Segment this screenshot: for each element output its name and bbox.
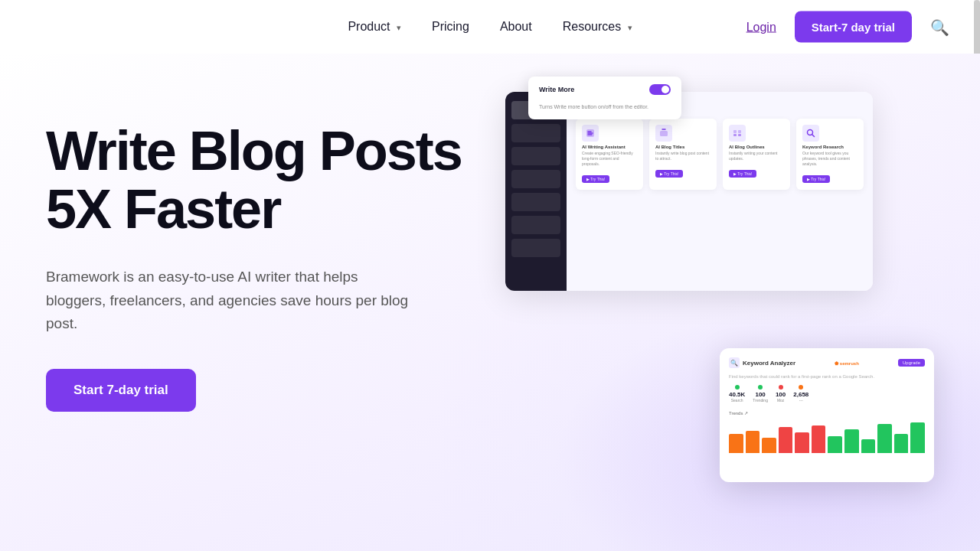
hero-section: Write Blog Posts 5X Faster Bramework is … [0, 54, 980, 551]
sc-card-title-2: AI Blog Titles [655, 145, 710, 149]
tooltip-label: Write More [539, 86, 574, 93]
nav-trial-button[interactable]: Start-7 day trial [795, 11, 912, 43]
sc-card-desc-2: Instantly write blog post content to att… [655, 151, 710, 161]
scrollbar-thumb[interactable] [974, 0, 980, 61]
nav-about-link[interactable]: About [500, 20, 532, 33]
kw-metric-dot-3 [779, 385, 783, 390]
tooltip-row: Write More [539, 84, 671, 95]
sc-card-4: Keyword Research Our keyword tool gives … [796, 119, 864, 190]
kw-metric-val-4: 2,658 [793, 391, 808, 398]
sc-card-btn-1[interactable]: ▶ Try This! [582, 175, 609, 183]
kw-metric-1: 40.5K Search [729, 385, 745, 403]
sc-card-1: AI Writing Assistant Create engaging SEO… [576, 119, 643, 190]
nav-links: Product ▾ Pricing About Resources ▾ [348, 20, 632, 34]
bar-chart-bar [795, 432, 809, 453]
kw-metric-val-2: 100 [755, 391, 765, 398]
nav-product-link[interactable]: Product ▾ [348, 20, 401, 33]
kw-title-text: Keyword Analyzer [743, 360, 795, 367]
sc-card-btn-2[interactable]: ▶ Try This! [655, 170, 683, 178]
bar-chart-bar [762, 438, 776, 453]
nav-resources[interactable]: Resources ▾ [563, 20, 632, 34]
nav-resources-link[interactable]: Resources ▾ [563, 20, 632, 33]
sc-card-icon-3 [729, 125, 746, 142]
bar-chart-bar [894, 434, 909, 453]
kw-metric-dot-2 [758, 385, 763, 390]
sc-card-2: AI Blog Titles Instantly write blog post… [649, 119, 717, 190]
nav-about[interactable]: About [500, 20, 532, 34]
sidebar-mock [505, 92, 567, 291]
hero-trial-button[interactable]: Start 7-day trial [46, 369, 196, 412]
nav-pricing-label: Pricing [432, 20, 469, 33]
sc-card-icon-1 [582, 125, 599, 142]
sc-card-icon-4 [802, 125, 819, 142]
kw-icon: 🔍 [729, 357, 740, 368]
kw-metric-val-1: 40.5K [729, 391, 745, 398]
bar-chart-bar [828, 436, 842, 454]
sc-card-desc-4: Our keyword tool gives you phrases, tren… [802, 151, 858, 167]
svg-rect-2 [733, 130, 737, 133]
bar-chart-bar [812, 425, 826, 453]
kw-metrics: 40.5K Search 100 Trending 100 Moz 2,658 … [729, 385, 925, 403]
sc-card-title-1: AI Writing Assistant [582, 145, 637, 149]
svg-point-6 [808, 130, 813, 135]
kw-metric-2: 100 Trending [753, 385, 768, 403]
resources-chevron-icon: ▾ [628, 23, 632, 32]
search-icon[interactable]: 🔍 [930, 18, 949, 36]
nav-resources-label: Resources [563, 20, 621, 33]
sc-card-btn-3[interactable]: ▶ Try This! [729, 170, 756, 178]
nav-right: Login Start-7 day trial 🔍 [746, 11, 949, 43]
sc-card-desc-1: Create engaging SEO-friendly long-form c… [582, 151, 637, 167]
kw-badge[interactable]: Upgrade [898, 359, 925, 367]
kw-metric-label-2: Trending [753, 398, 768, 403]
kw-metric-dot-1 [735, 385, 740, 390]
bar-chart-bar [910, 422, 925, 454]
dashboard-content: AI Tools AI Writing Assistant Create eng… [567, 92, 873, 291]
kw-metric-dot-4 [799, 385, 803, 390]
toggle-knob [662, 86, 669, 93]
sidebar-item-4 [511, 170, 560, 188]
kw-partners: ⬟ semrush [835, 360, 859, 366]
kw-header: 🔍 Keyword Analyzer ⬟ semrush Upgrade [729, 357, 925, 368]
bar-chart-bar [861, 439, 876, 453]
bar-chart-bar [779, 427, 793, 453]
bar-chart-bar [844, 429, 859, 454]
kw-metric-label-4: --- [799, 398, 803, 403]
svg-rect-4 [733, 134, 737, 136]
svg-rect-1 [660, 131, 668, 136]
write-more-toggle[interactable] [649, 84, 671, 95]
kw-subtext: Find keywords that could rank for a firs… [729, 374, 925, 379]
kw-trends-label: Trends ↗ [729, 410, 925, 416]
nav-pricing[interactable]: Pricing [432, 20, 469, 34]
kw-metric-label-1: Search [731, 398, 743, 403]
sc-card-icon-2 [655, 125, 672, 142]
hero-headline-line1: Write Blog Posts [46, 120, 462, 181]
login-link[interactable]: Login [746, 20, 776, 34]
kw-metric-4: 2,658 --- [793, 385, 808, 403]
bar-chart-bar [877, 424, 892, 453]
kw-metric-label-3: Moz [777, 398, 784, 403]
sc-card-3: AI Blog Outlines Instantly writing your … [723, 119, 790, 190]
keyword-screenshot: 🔍 Keyword Analyzer ⬟ semrush Upgrade Fin… [720, 348, 934, 482]
sc-card-title-4: Keyword Research [802, 145, 858, 149]
sidebar-item-2 [511, 124, 560, 142]
sidebar-item-7 [511, 239, 560, 257]
sidebar-item-5 [511, 193, 560, 211]
sc-cards: AI Writing Assistant Create engaging SEO… [576, 119, 864, 190]
nav-pricing-link[interactable]: Pricing [432, 20, 469, 33]
nav-about-label: About [500, 20, 532, 33]
sc-card-desc-3: Instantly writing your content updates. [729, 151, 784, 161]
bar-chart-bar [729, 434, 743, 453]
sc-card-title-3: AI Blog Outlines [729, 145, 784, 149]
nav-product[interactable]: Product ▾ [348, 20, 401, 34]
kw-bar-chart [729, 419, 925, 453]
nav-product-label: Product [348, 20, 390, 33]
hero-headline-line2: 5X Faster [46, 178, 280, 240]
kw-metric-3: 100 Moz [776, 385, 786, 403]
hero-headline: Write Blog Posts 5X Faster [46, 122, 462, 238]
product-chevron-icon: ▾ [397, 23, 401, 32]
navbar: Product ▾ Pricing About Resources ▾ Logi… [0, 0, 980, 54]
dashboard-screenshot: AI Tools AI Writing Assistant Create eng… [505, 92, 873, 291]
sc-card-btn-4[interactable]: ▶ Try This! [802, 175, 830, 183]
kw-metric-val-3: 100 [776, 391, 786, 398]
sidebar-item-6 [511, 216, 560, 234]
